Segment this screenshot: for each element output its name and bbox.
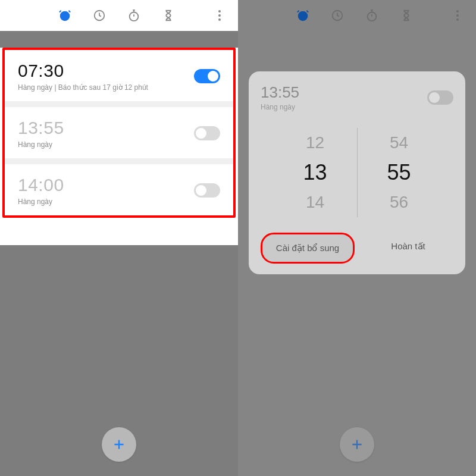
sheet-alarm-toggle[interactable] (427, 90, 453, 105)
alarm-row[interactable]: 13:55 Hàng ngày (5, 101, 233, 158)
tab-bar (238, 0, 476, 31)
alarm-icon[interactable] (48, 0, 82, 31)
stopwatch-icon[interactable] (117, 0, 151, 31)
alarm-subtitle: Hàng ngày | Báo thức sau 17 giờ 12 phút (18, 83, 194, 92)
clock-icon[interactable] (82, 0, 117, 31)
alarm-time: 07:30 (18, 61, 194, 81)
clock-icon[interactable] (320, 0, 355, 31)
panel-left-alarm-list: 07:30 Hàng ngày | Báo thức sau 17 giờ 12… (0, 0, 238, 476)
hourglass-icon[interactable] (389, 0, 424, 31)
alarm-list-card: 07:30 Hàng ngày | Báo thức sau 17 giờ 12… (2, 48, 236, 218)
hour-wheel[interactable]: 12 13 14 (274, 128, 357, 217)
alarm-time: 13:55 (18, 118, 194, 138)
tab-bar (0, 0, 238, 31)
alarm-toggle[interactable] (194, 69, 220, 83)
alarm-row[interactable]: 07:30 Hàng ngày | Báo thức sau 17 giờ 12… (5, 50, 233, 101)
add-alarm-button[interactable] (340, 427, 374, 462)
panel-right-time-picker: 13:55 Hàng ngày 12 13 14 54 55 56 Cài đặ… (238, 0, 476, 476)
overflow-menu-icon[interactable] (209, 10, 230, 21)
additional-settings-button[interactable]: Cài đặt bổ sung (261, 233, 355, 264)
add-alarm-button[interactable] (102, 427, 136, 462)
stopwatch-icon[interactable] (355, 0, 389, 31)
overflow-menu-icon[interactable] (447, 10, 468, 21)
alarm-time: 14:00 (18, 175, 194, 195)
time-picker-sheet: 13:55 Hàng ngày 12 13 14 54 55 56 Cài đặ… (249, 71, 465, 274)
alarm-subtitle: Hàng ngày (18, 140, 194, 149)
hourglass-icon[interactable] (151, 0, 186, 31)
alarm-toggle[interactable] (194, 126, 220, 140)
done-button[interactable]: Hoàn tất (363, 233, 453, 264)
time-wheel[interactable]: 12 13 14 54 55 56 (261, 128, 453, 217)
alarm-row[interactable]: 14:00 Hàng ngày (5, 158, 233, 215)
sheet-subtitle: Hàng ngày (261, 103, 299, 111)
alarm-subtitle: Hàng ngày (18, 198, 194, 206)
alarm-toggle[interactable] (194, 183, 220, 198)
alarm-icon[interactable] (286, 0, 320, 31)
sheet-current-time: 13:55 (261, 83, 299, 102)
minute-wheel[interactable]: 54 55 56 (358, 128, 441, 217)
